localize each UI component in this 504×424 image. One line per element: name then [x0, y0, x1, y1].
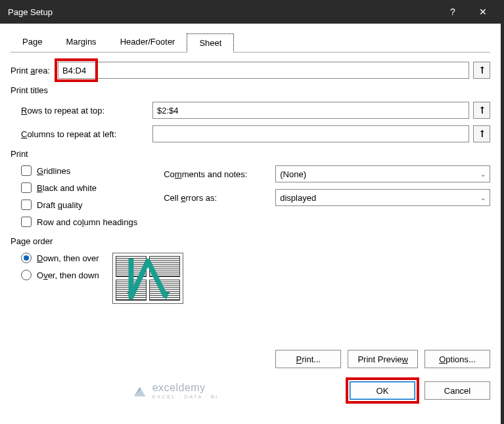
- rows-to-repeat-row: Rows to repeat at top: 🠕: [21, 102, 490, 119]
- draft-checkbox-row[interactable]: Draft quality: [21, 200, 137, 210]
- down-then-over-radio[interactable]: Down, then over: [21, 253, 99, 263]
- cols-to-repeat-input[interactable]: [152, 125, 469, 142]
- brand-sub: EXCEL · DATA · BI: [152, 394, 219, 400]
- arrow-up-icon: 🠕: [478, 106, 486, 116]
- rows-to-repeat-input[interactable]: [152, 102, 469, 119]
- rows-to-repeat-label: Rows to repeat at top:: [21, 106, 152, 116]
- window-title: Page Setup: [8, 7, 438, 17]
- print-area-row: Print area: 🠕: [11, 62, 490, 79]
- print-titles-heading: Print titles: [11, 85, 490, 95]
- brand: exceldemy EXCEL · DATA · BI: [11, 382, 340, 400]
- brand-logo-icon: [133, 385, 147, 396]
- collapse-dialog-icon[interactable]: 🠕: [473, 102, 490, 119]
- radio-icon: [21, 270, 32, 280]
- radio-icon: [21, 253, 32, 263]
- arrow-up-icon: 🠕: [478, 66, 486, 75]
- print-preview-button[interactable]: Print Preview: [348, 350, 418, 368]
- checkbox-icon: [21, 200, 32, 210]
- cellerrors-label: Cell errors as:: [164, 193, 275, 203]
- brand-name: exceldemy: [152, 382, 219, 394]
- pageorder-heading: Page order: [11, 236, 490, 246]
- blackwhite-label: Black and white: [37, 183, 97, 193]
- draft-label: Draft quality: [37, 200, 82, 210]
- gridlines-checkbox-row[interactable]: Gridlines: [21, 165, 137, 176]
- titlebar: Page Setup ? ✕: [0, 0, 501, 24]
- comments-value: (None): [280, 169, 306, 179]
- options-button[interactable]: Options...: [424, 350, 490, 368]
- tabs: Page Margins Header/Footer Sheet: [11, 33, 490, 53]
- chevron-down-icon: ⌄: [480, 194, 486, 201]
- ok-button[interactable]: OK: [350, 381, 415, 400]
- checkbox-icon: [21, 182, 32, 193]
- rowcolhead-checkbox-row[interactable]: Row and column headings: [21, 217, 137, 227]
- help-button[interactable]: ?: [438, 0, 468, 24]
- checkbox-icon: [21, 165, 32, 176]
- gridlines-label: Gridlines: [37, 166, 70, 176]
- print-area-input[interactable]: [58, 62, 469, 79]
- print-area-label: Print area:: [11, 66, 50, 75]
- tab-sheet[interactable]: Sheet: [187, 33, 234, 53]
- cellerrors-select[interactable]: displayed ⌄: [275, 189, 490, 206]
- tab-margins[interactable]: Margins: [54, 33, 108, 52]
- close-button[interactable]: ✕: [468, 0, 498, 24]
- blackwhite-checkbox-row[interactable]: Black and white: [21, 182, 137, 193]
- collapse-dialog-icon[interactable]: 🠕: [473, 62, 490, 79]
- rowcolhead-label: Row and column headings: [37, 217, 137, 227]
- down-then-over-label: Down, then over: [37, 253, 99, 263]
- cellerrors-value: displayed: [280, 193, 316, 203]
- print-button[interactable]: Print...: [275, 350, 341, 368]
- pageorder-preview: [112, 253, 183, 304]
- print-heading: Print: [11, 149, 490, 159]
- cols-to-repeat-label: Columns to repeat at left:: [21, 129, 152, 139]
- chevron-down-icon: ⌄: [480, 171, 486, 178]
- over-then-down-radio[interactable]: Over, then down: [21, 270, 99, 280]
- comments-select[interactable]: (None) ⌄: [275, 165, 490, 182]
- cancel-button[interactable]: Cancel: [424, 381, 490, 400]
- collapse-dialog-icon[interactable]: 🠕: [473, 125, 490, 142]
- tab-page[interactable]: Page: [11, 33, 54, 52]
- checkbox-icon: [21, 217, 32, 227]
- over-then-down-label: Over, then down: [37, 270, 99, 280]
- cols-to-repeat-row: Columns to repeat at left: 🠕: [21, 125, 490, 142]
- arrow-up-icon: 🠕: [478, 129, 486, 139]
- comments-label: Comments and notes:: [164, 169, 275, 179]
- tab-header-footer[interactable]: Header/Footer: [108, 33, 187, 52]
